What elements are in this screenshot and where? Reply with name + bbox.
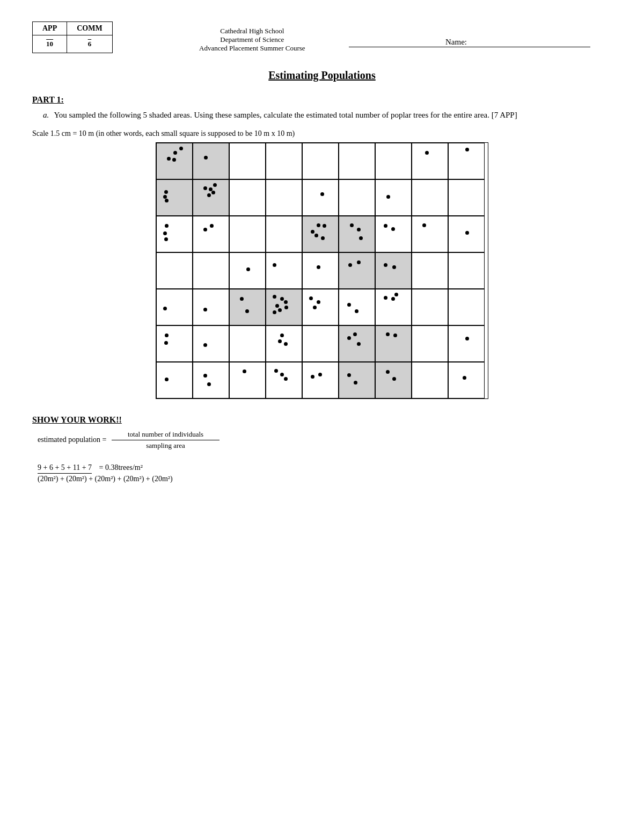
grid-cell-3-8 — [448, 252, 485, 289]
formula-numerator: total number of individuals — [112, 430, 219, 440]
formula-block: estimated population = total number of i… — [38, 430, 612, 450]
tree-dot — [355, 309, 358, 313]
tree-dot — [284, 377, 288, 381]
formula-fraction: total number of individuals sampling are… — [112, 430, 219, 450]
grid-cell-6-1 — [193, 362, 229, 398]
grid-cell-6-4 — [302, 362, 339, 398]
grid-cell-1-8 — [448, 179, 485, 216]
tree-dot — [309, 296, 313, 300]
tree-dot — [347, 336, 351, 340]
tree-dot — [167, 157, 171, 161]
tree-dot — [213, 183, 217, 187]
tree-dot — [273, 310, 276, 314]
school-dept: Department of Science — [156, 35, 349, 44]
grid-cell-4-5 — [339, 289, 375, 325]
grid-cell-0-3 — [266, 143, 302, 179]
tree-dot — [245, 309, 249, 313]
grid-cell-3-0 — [156, 252, 193, 289]
grid-cell-6-6 — [375, 362, 412, 398]
grid-cell-6-5 — [339, 362, 375, 398]
part1-heading: PART 1: — [32, 95, 612, 105]
grid-cell-2-5 — [339, 216, 375, 252]
grid-cell-1-0 — [156, 179, 193, 216]
score-table-container: APP COMM 10 6 — [32, 21, 113, 59]
tree-dot — [273, 295, 276, 299]
grid-cell-0-6 — [375, 143, 412, 179]
grid-cell-0-8 — [448, 143, 485, 179]
tree-dot — [203, 343, 207, 347]
grid-cell-0-5 — [339, 143, 375, 179]
tree-dot — [278, 339, 282, 343]
tree-dot — [165, 224, 169, 228]
grid-cell-2-7 — [412, 216, 448, 252]
tree-dot — [354, 381, 357, 385]
tree-dot — [394, 293, 398, 296]
tree-dot — [164, 237, 168, 241]
grid-cell-5-2 — [229, 325, 266, 362]
grid-cell-6-2 — [229, 362, 266, 398]
grid-cell-3-1 — [193, 252, 229, 289]
grid-cell-6-7 — [412, 362, 448, 398]
tree-dot — [204, 156, 208, 159]
tree-dot — [347, 373, 351, 377]
tree-dot — [243, 369, 246, 373]
tree-dot — [280, 333, 284, 337]
grid-cell-5-6 — [375, 325, 412, 362]
school-info: Cathedral High School Department of Scie… — [156, 27, 349, 53]
school-name: Cathedral High School — [156, 27, 349, 35]
grid-cell-3-7 — [412, 252, 448, 289]
tree-dot — [284, 306, 288, 309]
tree-dot — [347, 303, 351, 307]
tree-dot — [284, 300, 288, 304]
grid-cell-5-0 — [156, 325, 193, 362]
grid-cell-5-8 — [448, 325, 485, 362]
score-value-comm: 6 — [67, 35, 112, 53]
grid-cell-6-3 — [266, 362, 302, 398]
tree-dot — [391, 227, 395, 231]
tree-dot — [311, 375, 314, 379]
grid-cell-6-8 — [448, 362, 485, 398]
tree-dot — [246, 267, 250, 271]
tree-dot — [318, 373, 322, 376]
page-title: Estimating Populations — [32, 69, 612, 82]
grid-cell-4-7 — [412, 289, 448, 325]
grid-cell-3-6 — [375, 252, 412, 289]
tree-dot — [165, 333, 169, 337]
tree-dot — [240, 297, 244, 301]
tree-dot — [173, 151, 177, 155]
school-course: Advanced Placement Summer Course — [156, 44, 349, 53]
tree-dot — [275, 304, 279, 308]
tree-dot — [164, 190, 168, 194]
tree-dot — [384, 296, 387, 300]
grid-cell-4-0 — [156, 289, 193, 325]
tree-dot — [179, 147, 183, 150]
tree-dot — [163, 307, 167, 310]
calc-line: 9 + 6 + 5 + 11 + 7 = 0.38trees/m² — [38, 463, 612, 474]
calc-denominator: (20m²) + (20m²) + (20m²) + (20m²) + (20m… — [38, 475, 612, 483]
grid-cell-1-4 — [302, 179, 339, 216]
tree-dot — [393, 333, 397, 337]
tree-dot — [311, 230, 314, 234]
tree-dot — [463, 376, 466, 380]
tree-dot — [391, 297, 395, 301]
grid-cell-0-4 — [302, 143, 339, 179]
tree-dot — [359, 236, 363, 240]
tree-dot — [422, 223, 426, 227]
grid-cell-5-4 — [302, 325, 339, 362]
formula-denominator: sampling area — [146, 440, 185, 450]
show-work-label: SHOW YOUR WORK!! — [32, 415, 612, 425]
grid-cell-2-1 — [193, 216, 229, 252]
tree-dot — [280, 373, 284, 376]
tree-dot — [386, 370, 390, 374]
population-grid — [156, 142, 488, 399]
tree-dot — [165, 199, 169, 202]
grid-cell-4-8 — [448, 289, 485, 325]
grid-cell-5-7 — [412, 325, 448, 362]
grid-cell-3-4 — [302, 252, 339, 289]
show-work-section: SHOW YOUR WORK!! estimated population = … — [32, 415, 612, 483]
formula-prefix: estimated population = — [38, 435, 106, 443]
grid-cell-5-3 — [266, 325, 302, 362]
question-a: a. You sampled the following 5 shaded ar… — [43, 109, 612, 121]
tree-dot — [280, 297, 284, 301]
grid-cell-1-2 — [229, 179, 266, 216]
